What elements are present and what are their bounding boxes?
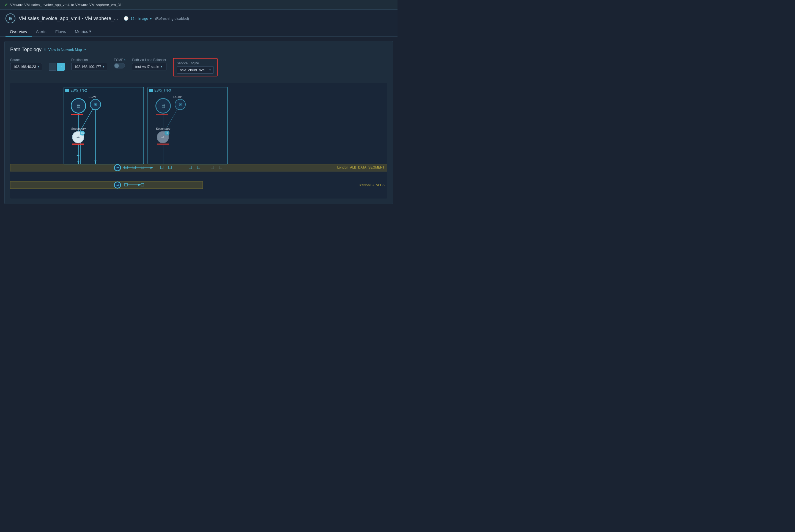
tab-flows[interactable]: Flows [51, 27, 70, 37]
svg-rect-19 [133, 166, 136, 169]
ecmp-node-right: ✳ [175, 99, 186, 110]
svg-rect-27 [125, 183, 127, 186]
vm-connector-red-right [156, 114, 168, 115]
destination-control: Destination 192.168.100.177 ▾ [71, 58, 107, 70]
secondary-label-right: Secondary [156, 127, 170, 130]
view-network-map-label: View in Network Map [49, 48, 82, 52]
ecmp-info-icon[interactable]: ℹ [124, 58, 126, 62]
svg-rect-26 [219, 166, 222, 169]
source-label: Source [10, 58, 42, 62]
refreshing-status: (Refreshing disabled) [155, 17, 189, 21]
vm-node-left: 🖥 [71, 98, 86, 114]
topology-diagram: ESXi_TN-2 ESXi_TN-3 🖥 ✳ ECMP ⇌ +3 Second… [10, 83, 387, 198]
cross-node-left: ✦ [75, 153, 80, 158]
time-value: 12 min ago [130, 17, 148, 21]
svg-marker-10 [94, 160, 96, 164]
controls-row: Source 192.168.40.23 ▾ ← → Destination 1… [10, 58, 387, 76]
direction-control: ← → [49, 58, 64, 71]
router-icon-segment2: ⇌ [114, 182, 121, 188]
arrow-left-btn[interactable]: ← [49, 63, 56, 71]
header-time[interactable]: 🕐 12 min ago ▾ [124, 16, 152, 21]
vm-connector-red-left [71, 114, 84, 115]
destination-label: Destination [71, 58, 107, 62]
source-value: 192.168.40.23 [13, 64, 36, 69]
svg-rect-0 [10, 164, 387, 171]
vm-icon: 🖥 [5, 14, 15, 23]
ecmp-label: ECMP [114, 58, 124, 62]
path-via-lb-dropdown-arrow: ▾ [161, 65, 162, 68]
svg-rect-21 [160, 166, 163, 169]
destination-dropdown[interactable]: 192.168.100.177 ▾ [71, 63, 107, 70]
ecmp-node-left: ✳ [90, 99, 101, 110]
nav-tabs: Overview Alerts Flows Metrics ▾ [5, 27, 392, 36]
path-via-lb-dropdown[interactable]: test-vs-l7-scale ▾ [132, 63, 166, 70]
svg-rect-25 [211, 166, 214, 169]
service-engine-dropdown-arrow: ▾ [209, 69, 211, 72]
section-header: Path Topology ℹ View in Network Map ↗ [10, 47, 387, 53]
source-control: Source 192.168.40.23 ▾ [10, 58, 42, 70]
path-via-lb-value: test-vs-l7-scale [135, 64, 159, 69]
vm-node-right: 🖥 [155, 98, 171, 114]
esxi-left-icon [65, 89, 69, 92]
chevron-down-icon-metrics: ▾ [89, 29, 91, 34]
info-icon[interactable]: ℹ [44, 48, 46, 52]
esxi-right-name: ESXi_TN-3 [154, 89, 171, 92]
source-dropdown[interactable]: 192.168.40.23 ▾ [10, 63, 42, 70]
check-icon: ✔ [4, 2, 8, 7]
secondary-connector-red-left [72, 144, 84, 145]
esxi-left-name: ESXi_TN-2 [70, 89, 87, 92]
svg-marker-9 [77, 161, 79, 165]
tab-alerts[interactable]: Alerts [32, 27, 51, 37]
service-engine-label: Service Engine [177, 61, 199, 65]
segment1-label: London_ALB_DATA_SEGMENT [337, 166, 385, 169]
tab-overview[interactable]: Overview [5, 27, 32, 37]
ecmp-label-right: ECMP [173, 95, 182, 98]
notification-bar: ✔ VMware VM 'sales_invoice_app_vm4' to V… [0, 0, 398, 10]
ecmp-label-left: ECMP [89, 95, 97, 98]
notification-message: VMware VM 'sales_invoice_app_vm4' to VMw… [10, 3, 123, 7]
tab-metrics-label: Metrics [75, 29, 88, 34]
vm-icon-symbol: 🖥 [8, 16, 13, 21]
service-engine-control: Service Engine nsxt_cloud_ove... ▾ [173, 58, 218, 76]
ecmp-toggle[interactable] [114, 63, 125, 69]
svg-rect-23 [189, 166, 192, 169]
tab-metrics[interactable]: Metrics ▾ [70, 27, 96, 37]
destination-value: 192.168.100.177 [74, 64, 101, 69]
router-icon-segment1: ⇌ [114, 165, 121, 171]
path-via-lb-control: Path via Load Balancer test-vs-l7-scale … [132, 58, 166, 70]
view-network-map-link[interactable]: View in Network Map ↗ [49, 48, 86, 52]
esxi-left-title: ESXi_TN-2 [65, 89, 87, 92]
secondary-label-left: Secondary [71, 127, 86, 130]
source-dropdown-arrow: ▾ [38, 65, 39, 68]
ecmp-control: ECMP ℹ [114, 58, 126, 69]
svg-rect-1 [10, 182, 203, 189]
svg-rect-18 [125, 166, 127, 169]
segment2-label: DYNAMIC_APPS [359, 183, 385, 187]
service-engine-value: nsxt_cloud_ove... [180, 68, 208, 72]
arrow-right-btn[interactable]: → [57, 63, 64, 71]
esxi-right-title: ESXi_TN-3 [149, 89, 171, 92]
path-via-lb-label: Path via Load Balancer [132, 58, 166, 62]
chevron-down-icon: ▾ [150, 17, 152, 21]
destination-dropdown-arrow: ▾ [103, 65, 104, 68]
header-bar: 🖥 VM sales_invoice_app_vm4 - VM vsphere_… [0, 10, 398, 37]
section-title: Path Topology [10, 47, 41, 53]
secondary-node-right: ⇌ +2 [157, 131, 169, 143]
service-engine-dropdown[interactable]: nsxt_cloud_ove... ▾ [177, 66, 214, 74]
secondary-badge-left: +3 [80, 131, 85, 135]
direction-arrows: ← → [49, 63, 64, 71]
svg-rect-30 [141, 183, 144, 186]
clock-icon: 🕐 [124, 16, 129, 21]
svg-rect-20 [141, 166, 144, 169]
main-content: Path Topology ℹ View in Network Map ↗ So… [4, 41, 393, 204]
secondary-badge-right: +2 [165, 131, 169, 135]
external-link-icon: ↗ [83, 48, 86, 52]
esxi-right-icon [149, 89, 153, 92]
svg-marker-29 [138, 184, 141, 186]
secondary-connector-red-right [157, 144, 169, 145]
header-title: VM sales_invoice_app_vm4 - VM vsphere_..… [19, 16, 118, 21]
svg-rect-22 [169, 166, 171, 169]
svg-rect-24 [197, 166, 200, 169]
topology-svg [10, 83, 387, 198]
svg-marker-17 [150, 167, 153, 169]
